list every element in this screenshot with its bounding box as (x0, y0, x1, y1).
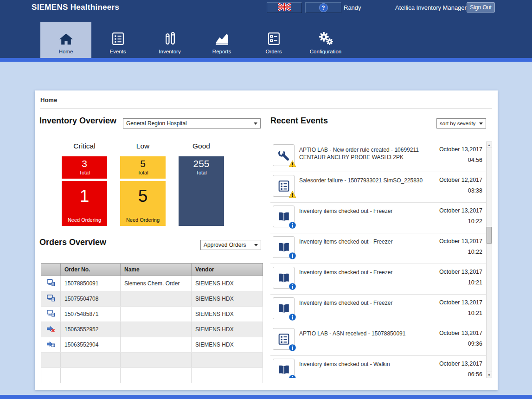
nav-label: Inventory (159, 49, 180, 54)
info-badge-icon (289, 314, 296, 321)
cell-name (121, 322, 192, 337)
event-list-item[interactable]: APTIO LAB - New order rule created - 106… (270, 142, 486, 172)
nav-tab-home[interactable]: Home (40, 22, 91, 58)
event-time: 04:56 (468, 157, 482, 163)
event-time: 09:36 (468, 341, 482, 347)
table-row[interactable] (41, 353, 263, 368)
table-row[interactable]: 15063552904 SIEMENS HDX (41, 337, 263, 353)
location-dropdown[interactable]: General Region Hospital (123, 118, 261, 129)
orders-overview-title: Orders Overview (39, 238, 106, 247)
order-delivery-icon (41, 291, 61, 307)
nav-label: Reports (212, 49, 231, 54)
nav-label: Orders (265, 49, 282, 54)
event-list-item[interactable]: Inventory items checked out - Freezer Oc… (270, 203, 486, 233)
icon-column-header (41, 264, 61, 276)
event-list-item[interactable]: Inventory items checked out - Walkin Oct… (270, 356, 486, 378)
cell-vendor: SIEMENS HDX (192, 322, 263, 337)
help-button[interactable]: ? (305, 2, 341, 13)
sort-dropdown[interactable]: sort by severity (436, 118, 486, 129)
scroll-down-icon[interactable]: ▼ (487, 372, 492, 378)
events-scrollbar[interactable]: ▲ ▼ (486, 142, 492, 378)
accent-strip-bottom (0, 395, 532, 399)
sign-out-button[interactable]: Sign Out (467, 2, 495, 13)
event-list-item[interactable]: Salesorder failure - 15077933021 SimSO_2… (270, 172, 486, 203)
nav-tab-reports[interactable]: Reports (196, 22, 247, 58)
book-icon (273, 206, 295, 227)
good-total-box[interactable]: 255 Total (179, 156, 224, 226)
brand-logo: SIEMENS Healthineers (32, 3, 119, 12)
scrollbar-thumb[interactable] (487, 227, 492, 244)
table-row[interactable]: 15075504708 SIEMENS HDX (41, 291, 263, 307)
home-icon (58, 31, 74, 46)
uk-flag-icon (278, 3, 291, 13)
nav-label: Configuration (310, 49, 341, 54)
event-time: 10:21 (468, 310, 482, 316)
help-icon: ? (319, 3, 328, 12)
event-date: October 13,2017 (439, 360, 482, 367)
orders-table: Order No. Name Vendor 15078850091 Siemen… (41, 263, 263, 383)
cell-name (121, 307, 192, 322)
cell-vendor (192, 368, 263, 383)
event-time: 10:21 (468, 279, 482, 286)
event-text: APTIO LAB - New order rule created - 106… (299, 146, 435, 161)
low-need-ordering-box[interactable]: 5 Need Ordering (120, 181, 166, 226)
accent-strip-top (0, 58, 532, 62)
table-row[interactable] (41, 368, 263, 383)
cell-vendor: SIEMENS HDX (192, 307, 263, 322)
nav-tab-orders[interactable]: Orders (248, 22, 299, 58)
event-list-item[interactable]: Inventory items checked out - Freezer Oc… (270, 233, 486, 264)
column-header-order-no: Order No. (61, 264, 121, 276)
table-row[interactable]: 15078850091 Siemens Chem. Order SIEMENS … (41, 276, 263, 291)
info-badge-icon (289, 375, 296, 378)
event-text: Salesorder failure - 15077933021 SimSO_2… (299, 177, 435, 184)
orders-filter-dropdown[interactable]: Approved Orders (200, 240, 261, 250)
orders-filter-value: Approved Orders (204, 242, 246, 248)
location-dropdown-value: General Region Hospital (126, 120, 187, 127)
event-date: October 13,2017 (439, 299, 482, 306)
main-nav: Home Events (40, 22, 352, 58)
good-total-caption: Total (179, 169, 224, 176)
info-badge-icon (289, 344, 296, 351)
table-row[interactable]: 15075485871 SIEMENS HDX (41, 307, 263, 322)
app-root: SIEMENS Healthineers ? Randy Atellica In… (0, 0, 532, 399)
nav-label: Events (109, 49, 126, 54)
cell-order-no: 15078850091 (61, 276, 121, 291)
event-list-item[interactable]: Inventory items checked out - Freezer Oc… (270, 264, 486, 295)
scroll-up-icon[interactable]: ▲ (487, 142, 492, 148)
list-icon (273, 328, 295, 350)
event-list-item[interactable]: APTIO LAB - ASN received - 15078850091 O… (270, 325, 486, 356)
orders-table-header: Order No. Name Vendor (41, 264, 263, 276)
column-header-name: Name (121, 264, 192, 276)
cell-name (121, 291, 192, 307)
events-icon (110, 31, 126, 46)
nav-tab-configuration[interactable]: Configuration (300, 22, 351, 58)
nav-tab-inventory[interactable]: Inventory (144, 22, 195, 58)
language-button[interactable] (267, 2, 302, 13)
order-delivery-icon (41, 307, 61, 322)
event-text: Inventory items checked out - Freezer (299, 299, 435, 307)
nav-tab-events[interactable]: Events (92, 22, 143, 58)
cell-order-no (61, 353, 121, 368)
book-icon (273, 297, 295, 319)
event-list-item[interactable]: Inventory items checked out - Freezer Oc… (270, 295, 486, 325)
event-text: Inventory items checked out - Freezer (299, 269, 435, 276)
sort-dropdown-value: sort by severity (440, 121, 475, 126)
book-icon (273, 236, 295, 258)
order-cancelled-icon (41, 322, 61, 337)
cell-name (121, 368, 192, 383)
wrench-icon (273, 144, 295, 166)
cell-order-no: 15075504708 (61, 291, 121, 307)
critical-total-box[interactable]: 3 Total (62, 156, 107, 179)
event-date: October 13,2017 (439, 269, 482, 275)
cell-order-no: 15063552952 (61, 322, 121, 337)
cell-vendor (192, 353, 263, 368)
critical-need-ordering-box[interactable]: 1 Need Ordering (62, 181, 107, 226)
cell-vendor: SIEMENS HDX (192, 291, 263, 307)
critical-total-caption: Total (62, 169, 107, 176)
event-text: Inventory items checked out - Freezer (299, 207, 435, 215)
event-text: APTIO LAB - ASN received - 15078850091 (299, 330, 435, 337)
table-row[interactable]: 15063552952 SIEMENS HDX (41, 322, 263, 337)
low-total-box[interactable]: 5 Total (120, 156, 166, 179)
cell-vendor: SIEMENS HDX (192, 337, 263, 353)
event-time: 10:22 (468, 218, 482, 225)
